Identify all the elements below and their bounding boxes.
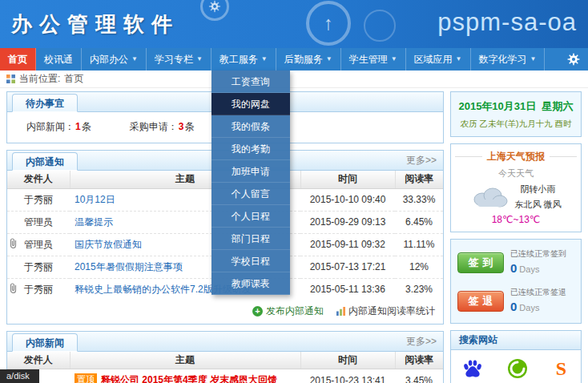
site-sogou[interactable]: S 搜狗: [552, 358, 570, 383]
gear-icon: [208, 0, 221, 13]
read-rate-stats-link[interactable]: 内部通知阅读率统计: [336, 304, 435, 318]
dropdown-item-personal-schedule[interactable]: 个人日程: [211, 205, 290, 228]
chevron-down-icon: ▼: [261, 56, 268, 62]
notice-subject-link[interactable]: 2015年暑假假期注意事项: [75, 261, 183, 272]
news-subject-link[interactable]: 释锐公司 2015年第4季度 岁末感恩大回馈: [101, 374, 277, 383]
column-rate: 阅读率: [395, 352, 443, 369]
breadcrumb: 当前位置: 首页: [0, 71, 588, 88]
chevron-down-icon: ▼: [530, 56, 537, 62]
calendar-lunar: 农历 乙未年(羊)九月十九 酉时: [454, 119, 578, 130]
todo-count: 1: [75, 121, 81, 132]
nav-label: 校讯通: [44, 53, 73, 67]
status-bar-link-target: a/disk: [0, 369, 39, 383]
nav-item-digital-learning[interactable]: 数字化学习 ▼: [471, 48, 546, 71]
news-panel-header: 内部新闻 更多>>: [7, 332, 443, 352]
nav-item-staff-services[interactable]: 教工服务 ▼ 工资查询 我的网盘 我的假条 我的考勤 加班申请 个人留言 个人日…: [211, 48, 276, 71]
dropdown-item-personal-message[interactable]: 个人留言: [211, 183, 290, 205]
date-text: 2015年10月31日: [458, 100, 536, 112]
dropdown-item-school-schedule[interactable]: 学校日程: [211, 250, 290, 272]
settings-gear-button[interactable]: [559, 48, 588, 71]
weather-row: 阴转小雨 东北风 微风: [455, 182, 577, 212]
sign-out-button[interactable]: 签退: [457, 291, 504, 312]
sign-out-text: 已连续正常签退: [510, 286, 566, 298]
chevron-down-icon: ▼: [131, 56, 138, 62]
chevron-down-icon: ▼: [196, 56, 203, 62]
baidu-paw-icon: [462, 358, 483, 379]
gear-decoration-icon: [200, 0, 229, 21]
tab-todo[interactable]: 待办事宜: [12, 94, 78, 112]
sign-out-days: 0Days: [510, 298, 566, 316]
sign-out-count: 0: [510, 300, 517, 313]
publish-notice-link[interactable]: + 发布内部通知: [252, 304, 324, 318]
todo-label: 内部新闻：: [26, 121, 75, 132]
tab-internal-notices[interactable]: 内部通知: [12, 152, 78, 171]
notices-more-link[interactable]: 更多>>: [406, 151, 437, 171]
nav-item-internal-office[interactable]: 内部办公 ▼: [82, 48, 147, 71]
pinned-badge: 置顶: [75, 373, 97, 383]
dropdown-item-salary-query[interactable]: 工资查询: [211, 71, 290, 93]
todo-item-purchase[interactable]: 采购申请：3条: [130, 120, 195, 134]
notice-read-rate: 6.45%: [395, 211, 443, 233]
sender-name: 于秀丽: [24, 194, 53, 205]
360-search-icon: [507, 358, 528, 379]
weather-info: 阴转小雨 东北风 微风: [514, 182, 561, 212]
calendar-date: 2015年10月31日 星期六: [454, 99, 578, 114]
sign-panel: 签到 已连续正常签到 0Days 签退 已连续正常签退 0Days: [450, 239, 582, 324]
sidebar-column: 2015年10月31日 星期六 农历 乙未年(羊)九月十九 酉时 上海天气预报 …: [450, 91, 582, 383]
staff-services-dropdown: 工资查询 我的网盘 我的假条 我的考勤 加班申请 个人留言 个人日程 部门日程 …: [211, 71, 290, 295]
app-window: 办公管理软件 pspm-sa-oa ↑ 首页 校讯通 内: [0, 0, 588, 383]
dropdown-item-department-schedule[interactable]: 部门日程: [211, 228, 290, 250]
dropdown-item-overtime-request[interactable]: 加班申请: [211, 160, 290, 183]
weather-condition: 阴转小雨: [514, 182, 561, 197]
nav-item-student-management[interactable]: 学生管理 ▼: [341, 48, 406, 71]
weather-title: 上海天气预报: [455, 150, 577, 163]
content-area: 待办事宜 内部新闻：1条 采购申请：3条 内部通知 更多>> 发件人: [0, 88, 588, 383]
sign-out-unit: Days: [519, 303, 539, 312]
app-header: 办公管理软件 pspm-sa-oa ↑: [0, 0, 588, 48]
todo-unit: 条: [82, 121, 91, 132]
weather-panel: 上海天气预报 今天天气 阴转小雨 东北风 微风: [450, 143, 582, 232]
todo-count: 3: [179, 121, 184, 132]
arrow-up-decoration-icon: ↑: [306, 1, 351, 46]
plus-circle-icon: +: [252, 306, 263, 316]
chevron-down-icon: ▼: [391, 56, 397, 62]
notice-time: 2015-10-10 09:40: [300, 188, 395, 211]
cloud-icon: [470, 185, 509, 209]
dropdown-item-teacher-timetable[interactable]: 教师课表: [211, 272, 290, 295]
notices-footer: + 发布内部通知 内部通知阅读率统计: [7, 300, 443, 324]
dropdown-item-my-attendance[interactable]: 我的考勤: [211, 138, 290, 160]
nav-label: 数字化学习: [479, 53, 527, 67]
notice-subject-link[interactable]: 国庆节放假通知: [75, 239, 142, 250]
breadcrumb-current-link[interactable]: 首页: [64, 72, 83, 86]
dropdown-item-my-netdisk[interactable]: 我的网盘: [211, 93, 290, 115]
weekday-text: 星期六: [542, 100, 574, 112]
notice-subject-link[interactable]: 温馨提示: [75, 216, 113, 228]
news-more-link[interactable]: 更多>>: [406, 332, 437, 352]
nav-item-study-column[interactable]: 学习专栏 ▼: [147, 48, 211, 71]
tab-internal-news[interactable]: 内部新闻: [12, 333, 78, 352]
dropdown-item-my-leave-slip[interactable]: 我的假条: [211, 115, 290, 138]
column-time: 时间: [300, 171, 395, 188]
nav-item-home[interactable]: 首页: [0, 48, 36, 71]
site-baidu[interactable]: 百度: [462, 358, 483, 383]
sogou-s-icon: S: [556, 358, 566, 379]
todo-item-news[interactable]: 内部新闻：1条: [26, 120, 91, 134]
site-360-search[interactable]: 360搜索: [501, 358, 534, 383]
notice-subject-link[interactable]: 10月12日: [75, 194, 115, 205]
nav-item-xiaoxuntong[interactable]: 校讯通: [36, 48, 82, 71]
news-panel: 内部新闻 更多>> 发件人 主题 时间 阅读率: [6, 331, 444, 383]
nav-item-regional-apps[interactable]: 区域应用 ▼: [406, 48, 471, 71]
nav-item-logistics[interactable]: 后勤服务 ▼: [276, 48, 341, 71]
sender-cell: 管理员: [7, 233, 70, 256]
news-table: 发件人 主题 时间 阅读率 置: [7, 352, 443, 383]
notice-read-rate: 11.11%: [395, 233, 443, 256]
sign-in-button[interactable]: 签到: [457, 252, 504, 273]
main-nav: 首页 校讯通 内部办公 ▼ 学习专栏 ▼ 教工服务 ▼ 工资查询 我的网盘 我的…: [0, 48, 588, 71]
attachment-icon: [10, 283, 17, 296]
notice-time: 2015-07-13 17:21: [300, 256, 395, 278]
attachment-icon: [10, 238, 17, 251]
subject-cell: 置顶释锐公司 2015年第4季度 岁末感恩大回馈: [70, 369, 300, 383]
sender-cell: 于秀丽: [7, 188, 70, 211]
sender-name: 管理员: [24, 239, 53, 250]
notice-read-rate: 12%: [395, 256, 443, 278]
